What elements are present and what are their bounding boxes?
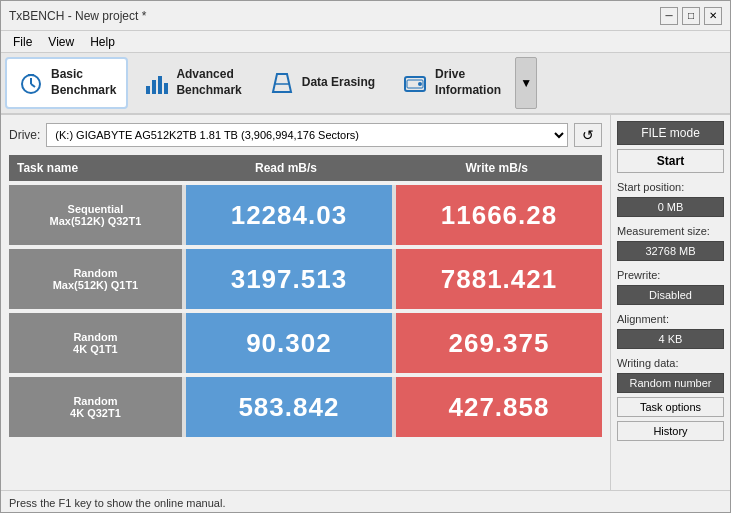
svg-rect-6 xyxy=(158,76,162,94)
start-button[interactable]: Start xyxy=(617,149,724,173)
file-mode-button[interactable]: FILE mode xyxy=(617,121,724,145)
drive-row: Drive: (K:) GIGABYTE AG512K2TB 1.81 TB (… xyxy=(9,121,602,149)
menu-bar: File View Help xyxy=(1,31,730,53)
advanced-benchmark-label: AdvancedBenchmark xyxy=(176,67,241,98)
drive-select[interactable]: (K:) GIGABYTE AG512K2TB 1.81 TB (3,906,9… xyxy=(46,123,568,147)
row3-write-value: 269.375 xyxy=(396,313,602,373)
erasing-icon xyxy=(268,69,296,97)
status-bar: Press the F1 key to show the online manu… xyxy=(1,490,730,513)
header-write: Write mB/s xyxy=(391,155,602,181)
writing-data-value: Random number xyxy=(617,373,724,393)
header-read: Read mB/s xyxy=(181,155,392,181)
refresh-icon: ↺ xyxy=(582,127,594,143)
alignment-value: 4 KB xyxy=(617,329,724,349)
menu-help[interactable]: Help xyxy=(82,33,123,51)
table-row: RandomMax(512K) Q1T1 3197.513 7881.421 xyxy=(9,249,602,309)
drive-icon xyxy=(401,69,429,97)
tab-drive-information[interactable]: DriveInformation xyxy=(389,57,513,109)
toolbar-dropdown[interactable]: ▼ xyxy=(515,57,537,109)
table-header: Task name Read mB/s Write mB/s xyxy=(9,155,602,181)
prewrite-label: Prewrite: xyxy=(617,269,724,281)
svg-rect-4 xyxy=(146,86,150,94)
table-row: SequentialMax(512K) Q32T1 12284.03 11666… xyxy=(9,185,602,245)
row1-write-value: 11666.28 xyxy=(396,185,602,245)
right-panel: FILE mode Start Start position: 0 MB Mea… xyxy=(610,115,730,490)
prewrite-value: Disabled xyxy=(617,285,724,305)
row1-task-name: SequentialMax(512K) Q32T1 xyxy=(9,185,182,245)
svg-rect-5 xyxy=(152,80,156,94)
start-position-value: 0 MB xyxy=(617,197,724,217)
status-text: Press the F1 key to show the online manu… xyxy=(9,497,225,509)
menu-view[interactable]: View xyxy=(40,33,82,51)
row3-read-value: 90.302 xyxy=(186,313,392,373)
drive-information-label: DriveInformation xyxy=(435,67,501,98)
alignment-label: Alignment: xyxy=(617,313,724,325)
measurement-size-value: 32768 MB xyxy=(617,241,724,261)
toolbar: BasicBenchmark AdvancedBenchmark Data Er… xyxy=(1,53,730,115)
row4-write-value: 427.858 xyxy=(396,377,602,437)
measurement-size-label: Measurement size: xyxy=(617,225,724,237)
close-button[interactable]: ✕ xyxy=(704,7,722,25)
bench-table: Task name Read mB/s Write mB/s Sequentia… xyxy=(9,155,602,484)
clock-icon xyxy=(17,69,45,97)
chart-icon xyxy=(142,69,170,97)
row4-read-value: 583.842 xyxy=(186,377,392,437)
start-position-label: Start position: xyxy=(617,181,724,193)
drive-label: Drive: xyxy=(9,128,40,142)
svg-marker-8 xyxy=(273,74,291,92)
header-task-name: Task name xyxy=(9,155,181,181)
basic-benchmark-label: BasicBenchmark xyxy=(51,67,116,98)
maximize-button[interactable]: □ xyxy=(682,7,700,25)
title-text: TxBENCH - New project * xyxy=(9,9,146,23)
svg-line-2 xyxy=(31,84,35,87)
row2-task-name: RandomMax(512K) Q1T1 xyxy=(9,249,182,309)
tab-advanced-benchmark[interactable]: AdvancedBenchmark xyxy=(130,57,253,109)
title-bar: TxBENCH - New project * ─ □ ✕ xyxy=(1,1,730,31)
row1-read-value: 12284.03 xyxy=(186,185,392,245)
task-options-button[interactable]: Task options xyxy=(617,397,724,417)
row4-task-name: Random4K Q32T1 xyxy=(9,377,182,437)
data-erasing-label: Data Erasing xyxy=(302,75,375,91)
table-row: Random4K Q32T1 583.842 427.858 xyxy=(9,377,602,437)
menu-file[interactable]: File xyxy=(5,33,40,51)
tab-basic-benchmark[interactable]: BasicBenchmark xyxy=(5,57,128,109)
svg-rect-7 xyxy=(164,83,168,94)
table-row: Random4K Q1T1 90.302 269.375 xyxy=(9,313,602,373)
row3-task-name: Random4K Q1T1 xyxy=(9,313,182,373)
row2-write-value: 7881.421 xyxy=(396,249,602,309)
tab-data-erasing[interactable]: Data Erasing xyxy=(256,57,387,109)
history-button[interactable]: History xyxy=(617,421,724,441)
left-panel: Drive: (K:) GIGABYTE AG512K2TB 1.81 TB (… xyxy=(1,115,610,490)
drive-refresh-button[interactable]: ↺ xyxy=(574,123,602,147)
row2-read-value: 3197.513 xyxy=(186,249,392,309)
writing-data-label: Writing data: xyxy=(617,357,724,369)
minimize-button[interactable]: ─ xyxy=(660,7,678,25)
title-bar-controls: ─ □ ✕ xyxy=(660,7,722,25)
svg-point-13 xyxy=(418,82,422,86)
main-area: Drive: (K:) GIGABYTE AG512K2TB 1.81 TB (… xyxy=(1,115,730,490)
chevron-down-icon: ▼ xyxy=(520,76,532,90)
